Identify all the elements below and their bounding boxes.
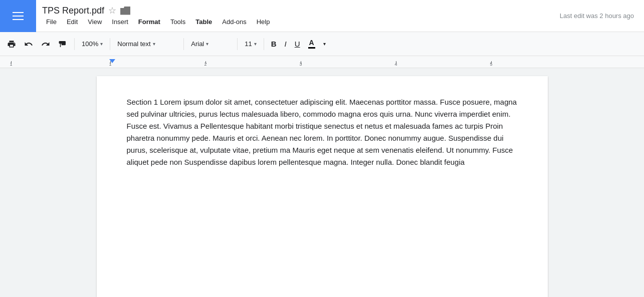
underline-icon: U xyxy=(295,40,300,48)
size-select[interactable]: 11 ▾ xyxy=(242,38,259,50)
undo-button[interactable] xyxy=(21,38,36,51)
menu-item-table[interactable]: Table xyxy=(191,17,216,27)
ruler-content: 1 1 2 3 4 5 xyxy=(0,56,644,68)
menu-item-view[interactable]: View xyxy=(84,17,106,27)
divider-3 xyxy=(183,38,184,50)
size-chevron: ▾ xyxy=(254,41,257,47)
menu-item-file[interactable]: File xyxy=(42,17,61,27)
ruler-line-4 xyxy=(396,61,396,64)
italic-button[interactable]: I xyxy=(282,38,290,50)
print-icon xyxy=(7,40,16,49)
ruler: 1 1 2 3 4 5 xyxy=(0,56,644,68)
font-select[interactable]: Arial ▾ xyxy=(188,38,233,50)
ruler-line-0 xyxy=(11,61,12,64)
folder-icon[interactable] xyxy=(120,7,130,15)
toolbar: 100% ▾ Normal text ▾ Arial ▾ 11 ▾ B I U … xyxy=(0,32,644,56)
title-area: TPS Report.pdf ☆ File Edit View Insert F… xyxy=(36,1,560,31)
text-color-dropdown[interactable]: ▾ xyxy=(320,39,329,49)
ruler-line-3 xyxy=(301,61,301,64)
bold-button[interactable]: B xyxy=(268,38,280,50)
menu-item-tools[interactable]: Tools xyxy=(166,17,189,27)
zoom-chevron: ▾ xyxy=(100,41,103,47)
document-page[interactable]: Section 1 Lorem ipsum dolor sit amet, co… xyxy=(97,76,548,297)
font-value: Arial xyxy=(191,40,204,48)
menu-item-addons[interactable]: Add-ons xyxy=(218,17,250,27)
divider-2 xyxy=(110,38,110,50)
divider-1 xyxy=(74,38,75,50)
italic-icon: I xyxy=(285,40,287,48)
title-row: TPS Report.pdf ☆ xyxy=(42,5,554,16)
redo-icon xyxy=(41,40,50,49)
size-value: 11 xyxy=(245,40,252,48)
header: TPS Report.pdf ☆ File Edit View Insert F… xyxy=(0,0,644,32)
zoom-select[interactable]: 100% ▾ xyxy=(79,38,106,50)
ruler-line-2 xyxy=(205,61,206,64)
print-button[interactable] xyxy=(4,38,19,51)
color-bar xyxy=(308,47,315,49)
style-select[interactable]: Normal text ▾ xyxy=(114,38,179,50)
font-chevron: ▾ xyxy=(206,41,208,47)
last-edit-label: Last edit was 2 hours ago xyxy=(560,12,644,20)
menu-item-format[interactable]: Format xyxy=(134,17,164,27)
style-chevron: ▾ xyxy=(153,41,155,47)
document-area: Section 1 Lorem ipsum dolor sit amet, co… xyxy=(0,68,644,297)
zoom-value: 100% xyxy=(82,40,98,48)
ruler-line-5 xyxy=(491,61,492,64)
document-text[interactable]: Section 1 Lorem ipsum dolor sit amet, co… xyxy=(127,96,518,168)
redo-button[interactable] xyxy=(38,38,53,51)
paint-format-button[interactable] xyxy=(55,38,70,51)
document-title[interactable]: TPS Report.pdf xyxy=(42,6,104,16)
menu-icon-button[interactable] xyxy=(0,0,36,32)
text-color-button[interactable]: A xyxy=(305,37,318,51)
paint-format-icon xyxy=(58,40,67,49)
star-icon[interactable]: ☆ xyxy=(108,5,116,16)
undo-icon xyxy=(24,40,33,49)
hamburger-icon xyxy=(13,12,24,20)
menu-item-insert[interactable]: Insert xyxy=(108,17,132,27)
style-value: Normal text xyxy=(117,40,150,48)
menu-bar: File Edit View Insert Format Tools Table… xyxy=(42,17,554,27)
bold-icon: B xyxy=(271,40,277,48)
chevron-down-icon: ▾ xyxy=(323,41,326,47)
divider-5 xyxy=(264,38,264,50)
menu-item-help[interactable]: Help xyxy=(253,17,274,27)
text-color-icon: A xyxy=(308,39,315,49)
tab-stop-indicator[interactable] xyxy=(109,59,115,63)
underline-button[interactable]: U xyxy=(292,38,303,50)
divider-4 xyxy=(237,38,238,50)
menu-item-edit[interactable]: Edit xyxy=(63,17,82,27)
